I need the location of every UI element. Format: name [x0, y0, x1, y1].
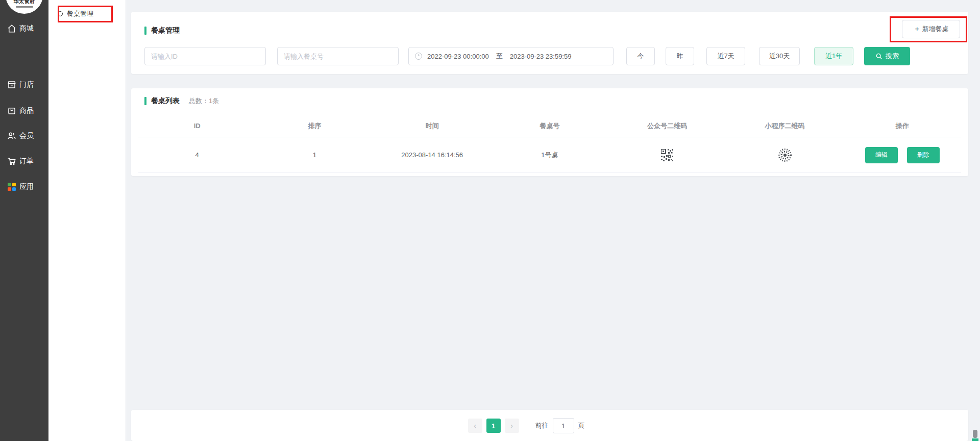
- table-header-row: ID 排序 时间 餐桌号 公众号二维码 小程序二维码 操作: [138, 115, 961, 137]
- delete-button[interactable]: 删除: [907, 147, 940, 163]
- cell-actions: 编辑 删除: [844, 147, 961, 163]
- col-header-table-no: 餐桌号: [491, 121, 608, 131]
- search-button-label: 搜索: [886, 52, 899, 61]
- date-range-picker[interactable]: 2022-09-23 00:00:00 至 2023-09-23 23:59:5…: [408, 47, 614, 65]
- pagination: ‹ 1 › 前往 页: [108, 418, 945, 433]
- cell-miniprogram-qr: [726, 148, 843, 162]
- main-sidebar: 华太食府 商城 门店 商品 会员: [0, 0, 48, 441]
- sidebar-item-goods[interactable]: 商品: [0, 104, 48, 118]
- qrcode-icon[interactable]: [661, 149, 673, 161]
- members-icon: [7, 131, 16, 141]
- current-page-button[interactable]: 1: [486, 419, 501, 433]
- date-separator: 至: [496, 52, 503, 61]
- table-number-input[interactable]: [277, 47, 399, 65]
- edit-button[interactable]: 编辑: [865, 147, 898, 163]
- table-list-card: 餐桌列表 总数：1条 ID 排序 时间 餐桌号 公众号二维码 小程序二维码 操作…: [131, 88, 968, 176]
- sidebar-item-orders[interactable]: 订单: [0, 154, 48, 168]
- sidebar-item-label: 应用: [19, 182, 34, 191]
- quick-filter-1year[interactable]: 近1年: [814, 47, 853, 65]
- quick-filter-today[interactable]: 今: [626, 47, 655, 65]
- col-header-actions: 操作: [844, 121, 961, 131]
- date-end: 2023-09-23 23:59:59: [510, 53, 572, 60]
- col-header-sort: 排序: [256, 121, 373, 131]
- filter-card: 餐桌管理 ＋ 新增餐桌 2022-09-23 00:00:00 至 2023-0…: [131, 12, 968, 74]
- search-icon: [875, 53, 883, 60]
- next-page-button[interactable]: ›: [505, 419, 519, 433]
- sidebar-item-store[interactable]: 门店: [0, 78, 48, 92]
- store-icon: [7, 80, 16, 90]
- col-header-time: 时间: [374, 121, 491, 131]
- goto-page-group: 前往 页: [535, 418, 585, 433]
- home-icon: [7, 24, 16, 34]
- sidebar-item-label: 订单: [19, 157, 34, 166]
- plus-icon: ＋: [914, 24, 921, 34]
- add-table-button[interactable]: ＋ 新增餐桌: [902, 20, 960, 38]
- brand-logo-subline: [16, 6, 33, 8]
- brand-logo: 华太食府: [6, 0, 43, 14]
- sidebar-item-mall[interactable]: 商城: [0, 21, 48, 36]
- tables-table: ID 排序 时间 餐桌号 公众号二维码 小程序二维码 操作 4 1 2023-0…: [138, 115, 961, 173]
- goto-label: 前往: [535, 421, 549, 430]
- submenu-item-table-management[interactable]: 餐桌管理: [58, 7, 93, 21]
- brand-logo-text: 华太食府: [14, 0, 35, 5]
- section-accent-bar: [144, 27, 146, 35]
- submenu-panel: 餐桌管理: [48, 0, 126, 441]
- sidebar-item-apps[interactable]: 应用: [0, 180, 48, 194]
- sidebar-item-label: 门店: [19, 80, 34, 89]
- cell-official-qr: [608, 149, 726, 161]
- col-header-miniprogram-qr: 小程序二维码: [726, 121, 843, 131]
- quick-filter-7days[interactable]: 近7天: [706, 47, 745, 65]
- add-table-button-label: 新增餐桌: [922, 24, 949, 34]
- submenu-item-label: 餐桌管理: [67, 9, 93, 18]
- prev-page-button[interactable]: ‹: [468, 419, 482, 433]
- page-title: 餐桌管理: [151, 26, 180, 35]
- total-count-label: 总数：1条: [189, 96, 219, 106]
- search-button[interactable]: 搜索: [864, 47, 910, 65]
- sidebar-item-label: 商城: [19, 24, 34, 33]
- cell-id: 4: [138, 151, 256, 159]
- col-header-official-qr: 公众号二维码: [608, 121, 726, 131]
- apps-icon: [7, 182, 16, 192]
- goto-page-input[interactable]: [553, 418, 574, 433]
- table-row: 4 1 2023-08-14 16:14:56 1号桌: [138, 137, 961, 173]
- cart-icon: [7, 157, 16, 166]
- quick-filter-yesterday[interactable]: 昨: [666, 47, 694, 65]
- pagination-bar: ‹ 1 › 前往 页: [131, 410, 968, 441]
- page-unit-label: 页: [578, 421, 585, 430]
- quick-filter-30days[interactable]: 近30天: [759, 47, 800, 65]
- section-accent-bar: [144, 97, 146, 105]
- scrollbar-thumb[interactable]: [973, 430, 977, 438]
- cell-table-no: 1号桌: [491, 151, 608, 160]
- scrollbar-end-marker: [972, 438, 978, 441]
- goods-icon: [7, 106, 16, 116]
- cell-sort: 1: [256, 151, 373, 159]
- list-title: 餐桌列表: [151, 96, 180, 106]
- sidebar-item-members[interactable]: 会员: [0, 129, 48, 143]
- clock-icon: [415, 53, 422, 60]
- col-header-id: ID: [138, 122, 256, 130]
- id-input[interactable]: [144, 47, 266, 65]
- table-management-app: 华太食府 商城 门店 商品 会员: [0, 0, 980, 441]
- date-start: 2022-09-23 00:00:00: [427, 53, 489, 60]
- radio-dot-icon: [58, 11, 63, 16]
- sidebar-item-label: 商品: [19, 106, 34, 115]
- sidebar-item-label: 会员: [19, 131, 34, 140]
- list-title-row: 餐桌列表 总数：1条: [144, 96, 219, 106]
- cell-time: 2023-08-14 16:14:56: [374, 151, 491, 159]
- miniprogram-code-icon[interactable]: [778, 148, 792, 162]
- page-title-row: 餐桌管理: [144, 26, 180, 35]
